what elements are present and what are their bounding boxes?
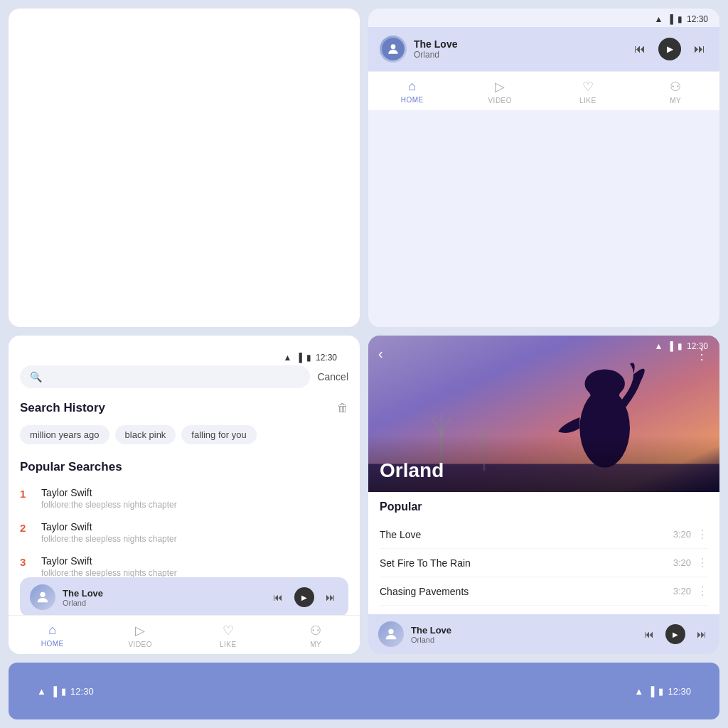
bottom-bar: ▲ ▐ ▮ 12:30 ▲ ▐ ▮ 12:30 bbox=[9, 663, 719, 719]
battery-icon: ▮ bbox=[678, 14, 682, 24]
nav-home-label: HOME bbox=[401, 96, 424, 104]
nav-my-label-bl: MY bbox=[310, 641, 321, 648]
mini-track-title: The Love bbox=[414, 38, 624, 50]
mini-player-controls: ⏮ ▶ ⏭ bbox=[631, 38, 708, 60]
nav-like-bl[interactable]: ♡ LIKE bbox=[184, 616, 272, 654]
next-btn-left[interactable]: ⏭ bbox=[323, 589, 338, 606]
prev-button[interactable]: ⏮ bbox=[631, 40, 648, 58]
history-tag-2[interactable]: falling for you bbox=[181, 425, 256, 444]
play-btn-detail[interactable]: ▶ bbox=[665, 624, 685, 644]
top-right-panel: ▲ ▐ ▮ 12:30 The Love Orland ⏮ ▶ ⏭ ⌂ HOME bbox=[368, 9, 719, 327]
nav-like[interactable]: ♡ LIKE bbox=[544, 72, 632, 110]
search-icon: 🔍 bbox=[30, 371, 42, 382]
svg-point-14 bbox=[584, 369, 624, 397]
time-display: 12:30 bbox=[687, 14, 708, 24]
track-row-2[interactable]: Chasing Pavements 3:20 ⋮ bbox=[380, 577, 708, 606]
search-bar-wrap: 🔍 Cancel bbox=[20, 365, 348, 388]
search-screen: ▲ ▐ ▮ 12:30 🔍 Cancel Search History 🗑 mi… bbox=[9, 336, 360, 654]
signal-icon: ▐ bbox=[667, 14, 673, 24]
artist-body: Popular The Love 3:20 ⋮ Set Fire To The … bbox=[368, 492, 719, 606]
nav-video-bl[interactable]: ▷ VIDEO bbox=[97, 616, 185, 654]
like-icon-bl: ♡ bbox=[223, 623, 234, 638]
search-input[interactable] bbox=[48, 371, 300, 382]
cancel-button[interactable]: Cancel bbox=[317, 371, 348, 382]
signal-icon-bar-l: ▐ bbox=[50, 686, 57, 697]
popular-label: Popular bbox=[380, 500, 708, 513]
pop-sub-2: folklore:the sleepless nights chapter bbox=[41, 568, 177, 578]
pop-info-1: Taylor Swift folklore:the sleepless nigh… bbox=[41, 521, 177, 544]
detail-player-controls: ⏮ ▶ ⏭ bbox=[641, 624, 710, 644]
detail-player-avatar bbox=[378, 621, 404, 647]
nav-video[interactable]: ▷ VIDEO bbox=[456, 72, 545, 110]
pop-sub-0: folklore:the sleepless nights chapter bbox=[41, 500, 177, 510]
pop-info-2: Taylor Swift folklore:the sleepless nigh… bbox=[41, 555, 177, 578]
player-bar-avatar bbox=[30, 584, 55, 610]
player-bar-left: The Love Orland ⏮ ▶ ⏭ bbox=[20, 577, 348, 617]
nav-home-bl[interactable]: ⌂ HOME bbox=[9, 616, 97, 654]
status-bar-top-right: ▲ ▐ ▮ 12:30 bbox=[368, 9, 719, 27]
track-name-0: The Love bbox=[380, 529, 673, 540]
track-row-1[interactable]: Set Fire To The Rain 3:20 ⋮ bbox=[380, 549, 708, 577]
track-name-1: Set Fire To The Rain bbox=[380, 557, 673, 569]
bottom-nav-left: ⌂ HOME ▷ VIDEO ♡ LIKE ⚇ MY bbox=[9, 615, 360, 654]
video-icon: ▷ bbox=[495, 79, 505, 95]
player-bar-title: The Love bbox=[63, 588, 263, 599]
track-more-0[interactable]: ⋮ bbox=[697, 528, 708, 541]
play-btn-left[interactable]: ▶ bbox=[294, 587, 314, 607]
next-button[interactable]: ⏭ bbox=[691, 40, 708, 58]
wifi-icon-br: ▲ bbox=[655, 341, 663, 351]
nav-my-label: MY bbox=[670, 97, 681, 105]
signal-icon-br: ▐ bbox=[667, 341, 673, 351]
mini-track-artist: Orland bbox=[414, 50, 624, 60]
popular-title: Popular Searches bbox=[20, 460, 348, 474]
delete-history-icon[interactable]: 🗑 bbox=[337, 402, 348, 414]
popular-item-0[interactable]: 1 Taylor Swift folklore:the sleepless ni… bbox=[20, 481, 348, 515]
player-bar-controls: ⏮ ▶ ⏭ bbox=[270, 587, 338, 607]
detail-player-artist: Orland bbox=[411, 636, 634, 644]
signal-icon-bar-r: ▐ bbox=[648, 686, 654, 697]
player-bar-info: The Love Orland bbox=[63, 588, 263, 607]
artist-name: Orland bbox=[380, 459, 444, 482]
nav-home[interactable]: ⌂ HOME bbox=[368, 72, 456, 110]
like-icon: ♡ bbox=[582, 79, 594, 95]
bottom-bar-right-status: ▲ ▐ ▮ 12:30 bbox=[634, 686, 691, 697]
rank-2: 2 bbox=[20, 521, 33, 534]
svg-point-1 bbox=[40, 592, 45, 597]
track-row-0[interactable]: The Love 3:20 ⋮ bbox=[380, 520, 708, 549]
time-br: 12:30 bbox=[687, 341, 708, 351]
wifi-icon-bar-l: ▲ bbox=[37, 686, 46, 697]
track-more-2[interactable]: ⋮ bbox=[697, 584, 708, 598]
svg-point-15 bbox=[388, 629, 393, 634]
artist-hero: ‹ ⋮ Orland bbox=[368, 336, 719, 492]
prev-btn-left[interactable]: ⏮ bbox=[270, 589, 286, 606]
search-input-box[interactable]: 🔍 bbox=[20, 365, 310, 388]
track-more-1[interactable]: ⋮ bbox=[697, 556, 708, 569]
play-pause-button[interactable]: ▶ bbox=[658, 38, 681, 60]
artist-detail-screen: ▲ ▐ ▮ 12:30 bbox=[368, 336, 719, 654]
history-section-header: Search History 🗑 bbox=[20, 401, 348, 415]
top-left-panel bbox=[9, 9, 360, 327]
detail-player-info: The Love Orland bbox=[411, 625, 634, 644]
history-tag-1[interactable]: black pink bbox=[115, 425, 176, 444]
rank-1: 1 bbox=[20, 487, 33, 500]
wifi-icon: ▲ bbox=[655, 14, 663, 24]
prev-btn-detail[interactable]: ⏮ bbox=[641, 626, 657, 643]
next-btn-detail[interactable]: ⏭ bbox=[694, 626, 710, 643]
time-bar-r: 12:30 bbox=[668, 686, 691, 697]
video-icon-bl: ▷ bbox=[135, 623, 145, 638]
my-icon-bl: ⚇ bbox=[310, 623, 321, 638]
wifi-icon-bar-r: ▲ bbox=[634, 686, 643, 697]
nav-home-label-bl: HOME bbox=[41, 640, 64, 648]
detail-player-title: The Love bbox=[411, 625, 634, 636]
pop-name-2: Taylor Swift bbox=[41, 555, 177, 567]
pop-name-0: Taylor Swift bbox=[41, 487, 177, 498]
mini-player: The Love Orland ⏮ ▶ ⏭ bbox=[368, 27, 719, 71]
rank-3: 3 bbox=[20, 555, 33, 568]
nav-my-bl[interactable]: ⚇ MY bbox=[272, 616, 360, 654]
nav-my[interactable]: ⚇ MY bbox=[632, 72, 720, 110]
nav-like-label-bl: LIKE bbox=[220, 641, 237, 648]
svg-point-0 bbox=[391, 44, 396, 49]
popular-item-1[interactable]: 2 Taylor Swift folklore:the sleepless ni… bbox=[20, 515, 348, 550]
history-tag-0[interactable]: million years ago bbox=[20, 425, 109, 444]
back-button[interactable]: ‹ bbox=[378, 346, 383, 362]
